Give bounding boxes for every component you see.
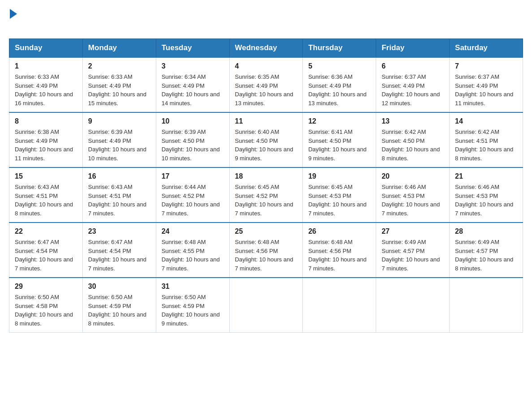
day-number: 5 [308, 62, 370, 70]
sunset-label: Sunset: 4:49 PM [455, 82, 498, 89]
day-number: 29 [15, 283, 77, 291]
sunrise-label: Sunrise: 6:49 AM [382, 239, 426, 245]
sunset-label: Sunset: 4:52 PM [235, 193, 278, 199]
daylight-label: Daylight: 10 hours and 11 minutes. [15, 146, 73, 162]
daylight-label: Daylight: 10 hours and 7 minutes. [382, 256, 440, 272]
day-info: Sunrise: 6:39 AM Sunset: 4:49 PM Dayligh… [88, 128, 150, 163]
day-number: 8 [15, 117, 77, 125]
calendar-cell: 5 Sunrise: 6:36 AM Sunset: 4:49 PM Dayli… [303, 57, 376, 112]
calendar-cell: 23 Sunrise: 6:47 AM Sunset: 4:54 PM Dayl… [82, 223, 156, 278]
sunset-label: Sunset: 4:49 PM [15, 82, 58, 89]
day-info: Sunrise: 6:42 AM Sunset: 4:50 PM Dayligh… [382, 128, 444, 163]
sunset-label: Sunset: 4:57 PM [382, 248, 425, 254]
sunrise-label: Sunrise: 6:42 AM [382, 128, 426, 135]
calendar-week-row: 22 Sunrise: 6:47 AM Sunset: 4:54 PM Dayl… [9, 223, 523, 278]
sunrise-label: Sunrise: 6:50 AM [15, 294, 59, 300]
calendar-header-monday: Monday [82, 39, 156, 58]
day-number: 9 [88, 117, 150, 125]
day-info: Sunrise: 6:36 AM Sunset: 4:49 PM Dayligh… [308, 73, 370, 107]
day-number: 30 [88, 283, 150, 291]
daylight-label: Daylight: 10 hours and 7 minutes. [308, 201, 366, 217]
day-number: 31 [162, 283, 224, 291]
calendar-cell: 10 Sunrise: 6:39 AM Sunset: 4:50 PM Dayl… [156, 112, 229, 167]
day-number: 19 [308, 172, 370, 180]
calendar-header-row: SundayMondayTuesdayWednesdayThursdayFrid… [9, 39, 523, 58]
calendar-cell: 18 Sunrise: 6:45 AM Sunset: 4:52 PM Dayl… [229, 167, 303, 223]
sunrise-label: Sunrise: 6:44 AM [162, 184, 206, 190]
day-info: Sunrise: 6:35 AM Sunset: 4:49 PM Dayligh… [235, 73, 297, 107]
daylight-label: Daylight: 10 hours and 8 minutes. [455, 256, 513, 272]
daylight-label: Daylight: 10 hours and 8 minutes. [15, 201, 73, 217]
sunrise-label: Sunrise: 6:33 AM [88, 73, 133, 80]
day-number: 28 [455, 227, 517, 235]
day-info: Sunrise: 6:49 AM Sunset: 4:57 PM Dayligh… [455, 238, 517, 273]
day-number: 21 [455, 172, 517, 180]
calendar-cell: 28 Sunrise: 6:49 AM Sunset: 4:57 PM Dayl… [450, 223, 523, 278]
day-info: Sunrise: 6:50 AM Sunset: 4:59 PM Dayligh… [162, 293, 224, 328]
daylight-label: Daylight: 10 hours and 7 minutes. [162, 201, 220, 217]
calendar-cell: 16 Sunrise: 6:43 AM Sunset: 4:51 PM Dayl… [82, 167, 156, 223]
day-info: Sunrise: 6:39 AM Sunset: 4:50 PM Dayligh… [162, 128, 224, 163]
calendar-cell: 27 Sunrise: 6:49 AM Sunset: 4:57 PM Dayl… [376, 223, 450, 278]
day-info: Sunrise: 6:43 AM Sunset: 4:51 PM Dayligh… [15, 183, 77, 218]
daylight-label: Daylight: 10 hours and 10 minutes. [88, 146, 146, 162]
sunrise-label: Sunrise: 6:49 AM [455, 239, 499, 245]
day-number: 25 [235, 227, 297, 235]
sunrise-label: Sunrise: 6:36 AM [308, 73, 352, 80]
day-number: 18 [235, 172, 297, 180]
day-info: Sunrise: 6:37 AM Sunset: 4:49 PM Dayligh… [455, 73, 517, 107]
calendar-cell: 6 Sunrise: 6:37 AM Sunset: 4:49 PM Dayli… [376, 57, 450, 112]
logo-flag-icon [10, 9, 17, 19]
sunset-label: Sunset: 4:51 PM [15, 193, 58, 199]
day-info: Sunrise: 6:48 AM Sunset: 4:56 PM Dayligh… [308, 238, 370, 273]
sunrise-label: Sunrise: 6:45 AM [235, 184, 279, 190]
daylight-label: Daylight: 10 hours and 7 minutes. [382, 201, 440, 217]
calendar-week-row: 15 Sunrise: 6:43 AM Sunset: 4:51 PM Dayl… [9, 167, 523, 223]
sunrise-label: Sunrise: 6:38 AM [15, 128, 59, 135]
sunrise-label: Sunrise: 6:50 AM [162, 294, 206, 300]
sunset-label: Sunset: 4:56 PM [308, 248, 351, 254]
calendar-table: SundayMondayTuesdayWednesdayThursdayFrid… [9, 39, 523, 333]
daylight-label: Daylight: 10 hours and 8 minutes. [88, 311, 146, 327]
calendar-cell: 7 Sunrise: 6:37 AM Sunset: 4:49 PM Dayli… [450, 57, 523, 112]
sunset-label: Sunset: 4:56 PM [235, 248, 278, 254]
sunset-label: Sunset: 4:54 PM [15, 248, 58, 254]
logo [9, 9, 17, 30]
daylight-label: Daylight: 10 hours and 13 minutes. [235, 91, 293, 107]
calendar-cell: 4 Sunrise: 6:35 AM Sunset: 4:49 PM Dayli… [229, 57, 303, 112]
day-number: 1 [15, 62, 77, 70]
sunset-label: Sunset: 4:59 PM [88, 303, 131, 309]
day-info: Sunrise: 6:50 AM Sunset: 4:58 PM Dayligh… [15, 293, 77, 328]
day-number: 4 [235, 62, 297, 70]
sunrise-label: Sunrise: 6:33 AM [15, 73, 59, 80]
sunrise-label: Sunrise: 6:35 AM [235, 73, 279, 80]
day-number: 12 [308, 117, 370, 125]
daylight-label: Daylight: 10 hours and 9 minutes. [162, 311, 220, 327]
daylight-label: Daylight: 10 hours and 11 minutes. [455, 91, 513, 107]
daylight-label: Daylight: 10 hours and 9 minutes. [308, 146, 366, 162]
daylight-label: Daylight: 10 hours and 7 minutes. [15, 256, 73, 272]
day-number: 24 [162, 227, 224, 235]
sunrise-label: Sunrise: 6:50 AM [88, 294, 133, 300]
sunrise-label: Sunrise: 6:34 AM [162, 73, 206, 80]
calendar-cell: 31 Sunrise: 6:50 AM Sunset: 4:59 PM Dayl… [156, 278, 229, 333]
sunset-label: Sunset: 4:50 PM [235, 137, 278, 144]
calendar-header-tuesday: Tuesday [156, 39, 229, 58]
day-info: Sunrise: 6:33 AM Sunset: 4:49 PM Dayligh… [15, 73, 77, 107]
sunrise-label: Sunrise: 6:39 AM [162, 128, 206, 135]
sunrise-label: Sunrise: 6:43 AM [88, 184, 133, 190]
sunrise-label: Sunrise: 6:48 AM [162, 239, 206, 245]
day-number: 22 [15, 227, 77, 235]
daylight-label: Daylight: 10 hours and 8 minutes. [455, 146, 513, 162]
day-info: Sunrise: 6:45 AM Sunset: 4:53 PM Dayligh… [308, 183, 370, 218]
sunset-label: Sunset: 4:55 PM [162, 248, 205, 254]
calendar-cell: 14 Sunrise: 6:42 AM Sunset: 4:51 PM Dayl… [450, 112, 523, 167]
sunset-label: Sunset: 4:52 PM [162, 193, 205, 199]
day-info: Sunrise: 6:48 AM Sunset: 4:55 PM Dayligh… [162, 238, 224, 273]
calendar-cell: 1 Sunrise: 6:33 AM Sunset: 4:49 PM Dayli… [9, 57, 83, 112]
sunrise-label: Sunrise: 6:46 AM [382, 184, 426, 190]
day-number: 17 [162, 172, 224, 180]
sunset-label: Sunset: 4:57 PM [455, 248, 498, 254]
calendar-week-row: 8 Sunrise: 6:38 AM Sunset: 4:49 PM Dayli… [9, 112, 523, 167]
calendar-cell [450, 278, 523, 333]
